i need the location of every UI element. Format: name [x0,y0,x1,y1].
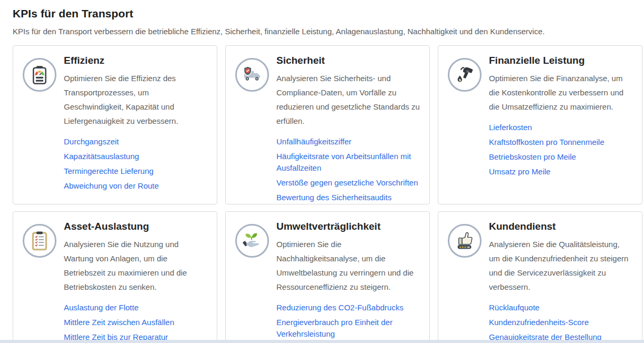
page-title: KPIs für den Transport [13,7,631,20]
kpi-link[interactable]: Mittlere Zeit zwischen Ausfällen [64,317,207,328]
plant-hand-icon [242,230,263,251]
kpi-link[interactable]: Umsatz pro Meile [489,166,632,178]
card-body: Umweltverträglichkeit Optimieren Sie die… [276,220,420,343]
card-description: Optimieren Sie die Finanzanalyse, um die… [489,71,632,114]
kpi-link[interactable]: Rücklaufquote [489,302,632,313]
kpi-card: Effizienz Optimieren Sie die Effizienz d… [13,45,217,204]
gauge-clipboard-icon [29,64,50,85]
kpi-card: Umweltverträglichkeit Optimieren Sie die… [225,211,430,343]
kpi-card: Kundendienst Analysieren Sie die Qualitä… [438,211,642,343]
kpi-grid: Effizienz Optimieren Sie die Effizienz d… [0,45,644,343]
kpi-link[interactable]: Kapazitätsauslastung [64,151,207,162]
card-description: Analysieren Sie die Nutzung und Wartung … [64,237,207,294]
checklist-icon [29,230,50,251]
card-body: Effizienz Optimieren Sie die Effizienz d… [64,54,207,196]
kpi-card: Finanzielle Leistung Optimieren Sie die … [438,45,642,204]
card-icon-circle [448,224,482,258]
bottom-cutoff-strip [0,340,644,343]
kpi-link[interactable]: Häufigkeitsrate von Arbeitsunfällen mit … [276,151,420,174]
page-subtitle: KPIs für den Transport verbessern die be… [13,27,631,36]
card-icon-circle [235,58,269,92]
thumbs-up-icon [454,230,475,251]
kpi-link-list: UnfallhäufigkeitszifferHäufigkeitsrate v… [276,136,420,203]
card-title: Kundendienst [489,221,632,232]
kpi-card: Asset-Auslastung Analysieren Sie die Nut… [13,211,217,343]
card-title: Asset-Auslastung [64,221,207,232]
card-icon-circle [235,224,269,258]
card-body: Sicherheit Analysieren Sie Sicherheits- … [276,54,420,196]
kpi-link[interactable]: Kraftstoffkosten pro Tonnenmeile [489,136,632,148]
card-body: Asset-Auslastung Analysieren Sie die Nut… [64,220,207,343]
card-title: Sicherheit [276,55,420,66]
page-header: KPIs für den Transport KPIs für den Tran… [0,0,644,36]
kpi-link-list: RücklaufquoteKundenzufriedenheits-ScoreG… [489,302,632,343]
kpi-link[interactable]: Termingerechte Lieferung [64,165,207,177]
card-body: Kundendienst Analysieren Sie die Qualitä… [489,220,632,343]
kpi-hub-page: KPIs für den Transport KPIs für den Tran… [0,0,644,343]
card-title: Finanzielle Leistung [489,55,632,66]
card-icon-circle [23,224,56,258]
kpi-link[interactable]: Unfallhäufigkeitsziffer [276,136,420,148]
card-description: Optimieren Sie die Nachhaltigkeitsanalys… [276,237,420,294]
card-icon-circle [23,58,56,92]
kpi-link[interactable]: Auslastung der Flotte [64,302,207,313]
kpi-link[interactable]: Abweichung von der Route [64,180,207,192]
kpi-link[interactable]: Lieferkosten [489,122,632,133]
card-icon-circle [448,58,482,92]
fuel-nozzle-icon [454,64,475,85]
card-title: Umweltverträglichkeit [276,221,420,232]
kpi-link-list: Reduzierung des CO2-FußabdrucksEnergieve… [276,302,420,343]
kpi-link-list: DurchgangszeitKapazitätsauslastungTermin… [64,136,207,192]
kpi-link[interactable]: Energieverbrauch pro Einheit der Verkehr… [276,317,420,340]
kpi-card: Sicherheit Analysieren Sie Sicherheits- … [225,45,430,204]
card-description: Analysieren Sie die Qualitätsleistung, u… [489,237,632,294]
kpi-link[interactable]: Kundenzufriedenheits-Score [489,317,632,328]
kpi-link-list: LieferkostenKraftstoffkosten pro Tonnenm… [489,122,632,178]
kpi-link-list: Auslastung der FlotteMittlere Zeit zwisc… [64,302,207,343]
kpi-link[interactable]: Bewertung des Sicherheitsaudits [276,192,420,203]
kpi-link[interactable]: Betriebskosten pro Meile [489,151,632,163]
card-description: Optimieren Sie die Effizienz des Transpo… [64,71,207,128]
kpi-link[interactable]: Durchgangszeit [64,136,207,148]
card-description: Analysieren Sie Sicherheits- und Complia… [276,71,420,128]
card-title: Effizienz [64,55,207,66]
kpi-link[interactable]: Reduzierung des CO2-Fußabdrucks [276,302,420,313]
kpi-link[interactable]: Verstöße gegen gesetzliche Vorschriften [276,177,420,189]
truck-shield-icon [242,64,263,85]
card-body: Finanzielle Leistung Optimieren Sie die … [489,54,632,196]
